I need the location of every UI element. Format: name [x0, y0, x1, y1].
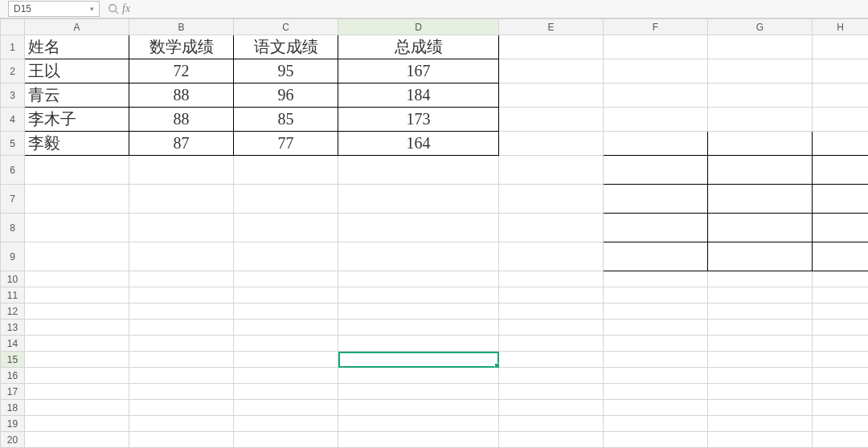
cell-H10[interactable]: [813, 271, 869, 287]
cell-H20[interactable]: [813, 432, 869, 448]
row-header-20[interactable]: 20: [1, 432, 25, 448]
row-header-19[interactable]: 19: [1, 416, 25, 432]
row-header-7[interactable]: 7: [1, 185, 25, 214]
cell-C11[interactable]: [234, 287, 338, 303]
row-header-6[interactable]: 6: [1, 156, 25, 185]
cell-G16[interactable]: [708, 368, 813, 384]
cell-B1[interactable]: 数学成绩: [129, 35, 234, 59]
cell-A19[interactable]: [25, 416, 129, 432]
cell-C3[interactable]: 96: [234, 83, 338, 108]
col-header-A[interactable]: A: [25, 19, 129, 35]
cell-F10[interactable]: [604, 271, 708, 287]
fx-icon[interactable]: fx: [122, 2, 130, 15]
row-header-3[interactable]: 3: [1, 83, 25, 108]
col-header-G[interactable]: G: [708, 19, 813, 35]
col-header-E[interactable]: E: [499, 19, 604, 35]
col-header-C[interactable]: C: [234, 19, 338, 35]
cell-B6[interactable]: [129, 156, 234, 185]
cell-A14[interactable]: [25, 336, 129, 352]
cell-A6[interactable]: [25, 156, 129, 185]
search-icon[interactable]: [108, 3, 119, 14]
cell-H11[interactable]: [813, 287, 869, 303]
cell-F13[interactable]: [604, 320, 708, 336]
cell-A18[interactable]: [25, 400, 129, 416]
cell-F17[interactable]: [604, 384, 708, 400]
cell-G6[interactable]: [708, 156, 813, 185]
cell-B2[interactable]: 72: [129, 59, 234, 83]
cell-F7[interactable]: [604, 185, 708, 214]
row-header-14[interactable]: 14: [1, 336, 25, 352]
cell-D13[interactable]: [338, 320, 499, 336]
cell-D16[interactable]: [338, 368, 499, 384]
cell-E19[interactable]: [499, 416, 604, 432]
cell-H4[interactable]: [813, 108, 869, 132]
col-header-D[interactable]: D: [338, 19, 499, 35]
cell-B12[interactable]: [129, 303, 234, 320]
cell-D9[interactable]: [338, 242, 499, 271]
cell-H17[interactable]: [813, 384, 869, 400]
cell-A15[interactable]: [25, 352, 129, 368]
cell-E15[interactable]: [499, 352, 604, 368]
cell-F3[interactable]: [604, 83, 708, 108]
cell-E18[interactable]: [499, 400, 604, 416]
cell-D10[interactable]: [338, 271, 499, 287]
cell-B4[interactable]: 88: [129, 108, 234, 132]
cell-B11[interactable]: [129, 287, 234, 303]
cell-H1[interactable]: [813, 35, 869, 59]
cell-A16[interactable]: [25, 368, 129, 384]
row-header-12[interactable]: 12: [1, 303, 25, 320]
cell-E2[interactable]: [499, 59, 604, 83]
cell-A2[interactable]: 王以: [25, 59, 129, 83]
cell-A11[interactable]: [25, 287, 129, 303]
cell-E11[interactable]: [499, 287, 604, 303]
cell-E6[interactable]: [499, 156, 604, 185]
col-header-H[interactable]: H: [813, 19, 869, 35]
cell-E13[interactable]: [499, 320, 604, 336]
cell-H7[interactable]: [813, 185, 869, 214]
cell-G7[interactable]: [708, 185, 813, 214]
cell-B17[interactable]: [129, 384, 234, 400]
cell-H6[interactable]: [813, 156, 869, 185]
cell-F19[interactable]: [604, 416, 708, 432]
cell-D11[interactable]: [338, 287, 499, 303]
row-header-15[interactable]: 15: [1, 352, 25, 368]
cell-C10[interactable]: [234, 271, 338, 287]
row-header-2[interactable]: 2: [1, 59, 25, 83]
row-header-13[interactable]: 13: [1, 320, 25, 336]
cell-G2[interactable]: [708, 59, 813, 83]
cell-H9[interactable]: [813, 242, 869, 271]
cell-A20[interactable]: [25, 432, 129, 448]
cell-E20[interactable]: [499, 432, 604, 448]
cell-A5[interactable]: 李毅: [25, 132, 129, 156]
cell-E17[interactable]: [499, 384, 604, 400]
cell-H16[interactable]: [813, 368, 869, 384]
cell-B7[interactable]: [129, 185, 234, 214]
cell-B10[interactable]: [129, 271, 234, 287]
cell-F18[interactable]: [604, 400, 708, 416]
cell-A10[interactable]: [25, 271, 129, 287]
cell-B20[interactable]: [129, 432, 234, 448]
cell-G9[interactable]: [708, 242, 813, 271]
cell-D12[interactable]: [338, 303, 499, 320]
cell-A9[interactable]: [25, 242, 129, 271]
row-header-4[interactable]: 4: [1, 108, 25, 132]
cell-D2[interactable]: 167: [338, 59, 499, 83]
row-header-5[interactable]: 5: [1, 132, 25, 156]
cell-F20[interactable]: [604, 432, 708, 448]
name-box[interactable]: D15 ▾: [8, 1, 100, 17]
cell-E12[interactable]: [499, 303, 604, 320]
cell-F2[interactable]: [604, 59, 708, 83]
cell-G12[interactable]: [708, 303, 813, 320]
cell-A1[interactable]: 姓名: [25, 35, 129, 59]
cell-F12[interactable]: [604, 303, 708, 320]
cell-A17[interactable]: [25, 384, 129, 400]
cell-C19[interactable]: [234, 416, 338, 432]
cell-H13[interactable]: [813, 320, 869, 336]
cell-C14[interactable]: [234, 336, 338, 352]
row-header-18[interactable]: 18: [1, 400, 25, 416]
cell-G5[interactable]: [708, 132, 813, 156]
cell-C7[interactable]: [234, 185, 338, 214]
spreadsheet-grid[interactable]: A B C D E F G H 1 姓名 数学成绩 语文成绩 总成绩 2 王以 …: [0, 18, 868, 448]
cell-D20[interactable]: [338, 432, 499, 448]
cell-C18[interactable]: [234, 400, 338, 416]
